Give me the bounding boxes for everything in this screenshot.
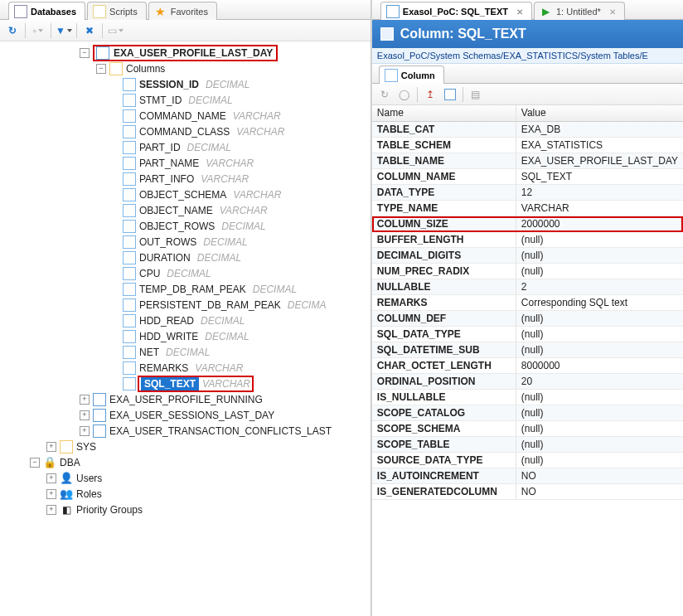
tree-column[interactable]: SESSION_IDDECIMAL <box>2 76 371 92</box>
tree-sys[interactable]: SYS <box>75 440 98 454</box>
property-row[interactable]: TABLE_CATEXA_DB <box>372 122 683 138</box>
property-row[interactable]: TYPE_NAMEVARCHAR <box>372 201 683 216</box>
grid-header-name[interactable]: Name <box>372 105 516 121</box>
property-row[interactable]: SCOPE_TABLE(null) <box>372 437 683 453</box>
property-row[interactable]: NULLABLE2 <box>372 279 683 295</box>
property-row[interactable]: DATA_TYPE12 <box>372 185 683 201</box>
tree-column[interactable]: PART_INFOVARCHAR <box>2 171 371 187</box>
tree-table-label[interactable]: EXA_USER_TRANSACTION_CONFLICTS_LAST <box>108 424 333 438</box>
tree-column[interactable]: REMARKSVARCHAR <box>2 360 371 376</box>
tree-column[interactable]: CPUDECIMAL <box>2 265 371 281</box>
property-row[interactable]: SCOPE_SCHEMA(null) <box>372 421 683 437</box>
expand-toggle[interactable]: + <box>80 410 90 420</box>
tree-column-label[interactable]: OBJECT_ROWS <box>138 220 216 233</box>
property-row[interactable]: SCOPE_CATALOG(null) <box>372 405 683 421</box>
tree-table[interactable]: +EXA_USER_TRANSACTION_CONFLICTS_LAST <box>2 423 371 439</box>
copy-button[interactable]: ▫ <box>31 23 46 38</box>
tree-column[interactable]: OBJECT_ROWSDECIMAL <box>2 218 371 234</box>
tab-databases[interactable]: Databases <box>8 2 85 20</box>
expand-toggle[interactable]: + <box>80 426 90 436</box>
tree-column-label[interactable]: STMT_ID <box>138 94 183 107</box>
expand-toggle[interactable]: + <box>46 473 56 483</box>
tree-column[interactable]: COMMAND_CLASSVARCHAR <box>2 124 371 139</box>
tree-column[interactable]: STMT_IDDECIMAL <box>2 92 371 108</box>
tree-column-label[interactable]: SQL_TEXT <box>141 377 199 390</box>
tree-table[interactable]: +EXA_USER_PROFILE_RUNNING <box>2 391 371 407</box>
tree-column[interactable]: COMMAND_NAMEVARCHAR <box>2 108 371 124</box>
property-row[interactable]: COLUMN_DEF(null) <box>372 311 683 327</box>
tree-column-label[interactable]: OBJECT_NAME <box>138 204 215 217</box>
property-row[interactable]: DECIMAL_DIGITS(null) <box>372 248 683 264</box>
tree-column[interactable]: TEMP_DB_RAM_PEAKDECIMAL <box>2 281 371 297</box>
export-button[interactable]: ↥ <box>423 87 438 102</box>
stop-button[interactable]: ◯ <box>397 87 412 102</box>
tree-column[interactable]: DURATIONDECIMAL <box>2 250 371 265</box>
property-row[interactable]: SQL_DATA_TYPE(null) <box>372 327 683 342</box>
property-row[interactable]: CHAR_OCTET_LENGTH8000000 <box>372 358 683 374</box>
tree-column[interactable]: OBJECT_SCHEMAVARCHAR <box>2 187 371 202</box>
grid-view-button[interactable] <box>443 87 458 102</box>
tree-column[interactable]: SQL_TEXTVARCHAR <box>2 376 371 391</box>
tree-column-label[interactable]: OUT_ROWS <box>138 235 198 249</box>
tree-column-label[interactable]: DURATION <box>138 251 192 264</box>
expand-toggle[interactable]: + <box>46 489 56 499</box>
tree-column-label[interactable]: REMARKS <box>138 361 190 375</box>
tree-column-label[interactable]: CPU <box>138 267 162 280</box>
tree-dba[interactable]: DBA <box>58 456 82 469</box>
property-row[interactable]: TABLE_SCHEMEXA_STATISTICS <box>372 138 683 153</box>
property-row[interactable]: IS_AUTOINCREMENTNO <box>372 468 683 484</box>
property-row[interactable]: ORDINAL_POSITION20 <box>372 374 683 390</box>
subtab-column[interactable]: Column <box>379 65 444 84</box>
tree-column-label[interactable]: PART_INFO <box>138 172 196 186</box>
tree-dba-users[interactable]: Users <box>75 472 104 485</box>
tree-columns-folder[interactable]: Columns <box>124 62 167 75</box>
property-row[interactable]: SOURCE_DATA_TYPE(null) <box>372 453 683 468</box>
property-row[interactable]: COLUMN_NAMESQL_TEXT <box>372 169 683 185</box>
collapse-toggle[interactable]: − <box>96 64 106 74</box>
refresh-button[interactable]: ↻ <box>377 87 392 102</box>
property-row[interactable]: COLUMN_SIZE2000000 <box>372 216 683 232</box>
collapse-toggle[interactable]: − <box>80 48 90 58</box>
close-icon[interactable]: ✕ <box>516 7 523 17</box>
tree-column-label[interactable]: TEMP_DB_RAM_PEAK <box>138 283 248 296</box>
tab-favorites[interactable]: ★ Favorites <box>148 2 217 20</box>
tree-column[interactable]: PART_IDDECIMAL <box>2 139 371 155</box>
tab-editor-untitled[interactable]: ▶ 1: Untitled* ✕ <box>534 2 625 20</box>
tree-column[interactable]: OUT_ROWSDECIMAL <box>2 234 371 250</box>
tree-dba-roles[interactable]: Roles <box>75 487 104 501</box>
tree-table[interactable]: +EXA_USER_SESSIONS_LAST_DAY <box>2 407 371 423</box>
property-row[interactable]: IS_GENERATEDCOLUMNNO <box>372 484 683 500</box>
tree-column[interactable]: HDD_WRITEDECIMAL <box>2 328 371 344</box>
property-row[interactable]: NUM_PREC_RADIX(null) <box>372 264 683 279</box>
collapse-toggle[interactable]: − <box>30 458 40 468</box>
tree-column-label[interactable]: COMMAND_NAME <box>138 109 228 123</box>
close-icon[interactable]: ✕ <box>609 7 616 17</box>
tree-column[interactable]: PART_NAMEVARCHAR <box>2 155 371 171</box>
tab-scripts[interactable]: Scripts <box>87 2 147 20</box>
tree-column-label[interactable]: PART_NAME <box>138 157 201 170</box>
breadcrumb[interactable]: Exasol_PoC/System Schemas/EXA_STATISTICS… <box>372 48 683 64</box>
tree-column-label[interactable]: HDD_WRITE <box>138 330 200 343</box>
tree-table-label[interactable]: EXA_USER_PROFILE_RUNNING <box>108 393 264 406</box>
tree-table-selected[interactable]: EXA_USER_PROFILE_LAST_DAY <box>112 46 274 60</box>
tree-column[interactable]: NETDECIMAL <box>2 344 371 360</box>
tree-column-label[interactable]: PERSISTENT_DB_RAM_PEAK <box>138 298 283 312</box>
tree-column-label[interactable]: NET <box>138 346 161 359</box>
tree-dba-priority[interactable]: Priority Groups <box>75 503 144 517</box>
refresh-button[interactable]: ↻ <box>5 23 20 38</box>
property-row[interactable]: TABLE_NAMEEXA_USER_PROFILE_LAST_DAY <box>372 153 683 169</box>
tree-table-label[interactable]: EXA_USER_SESSIONS_LAST_DAY <box>108 409 276 422</box>
database-tree[interactable]: − EXA_USER_PROFILE_LAST_DAY − Columns SE… <box>0 41 371 616</box>
property-row[interactable]: IS_NULLABLE(null) <box>372 390 683 405</box>
tree-column-label[interactable]: OBJECT_SCHEMA <box>138 188 228 201</box>
tree-column-label[interactable]: HDD_READ <box>138 314 196 327</box>
tree-column-label[interactable]: SESSION_ID <box>138 78 201 91</box>
tab-editor-sqltext[interactable]: Exasol_PoC: SQL_TEXT ✕ <box>380 2 532 20</box>
expand-toggle[interactable]: + <box>80 395 90 405</box>
collapse-button[interactable]: ✖ <box>82 23 97 38</box>
expand-toggle[interactable]: + <box>46 442 56 452</box>
tree-column-label[interactable]: COMMAND_CLASS <box>138 125 231 138</box>
tree-column[interactable]: HDD_READDECIMAL <box>2 313 371 328</box>
expand-toggle[interactable]: + <box>46 505 56 515</box>
property-row[interactable]: SQL_DATETIME_SUB(null) <box>372 342 683 358</box>
